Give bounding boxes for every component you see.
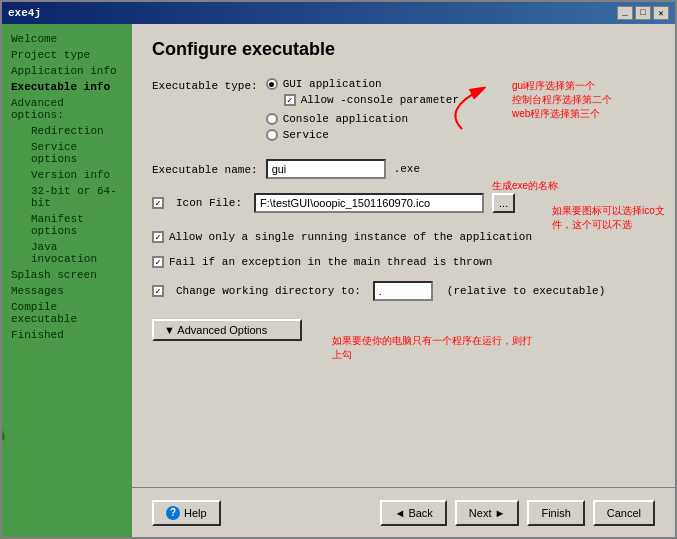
- sidebar-item-finished[interactable]: Finished: [8, 328, 126, 342]
- footer-right: ◄ Back Next ► Finish Cancel: [380, 500, 655, 526]
- gui-option-label: GUI application: [283, 78, 382, 90]
- sidebar-item-advanced-options[interactable]: Advanced options:: [8, 96, 126, 122]
- finish-button[interactable]: Finish: [527, 500, 584, 526]
- icon-file-input[interactable]: [254, 193, 484, 213]
- sidebar-item-32-64-bit[interactable]: 32-bit or 64-bit: [28, 184, 126, 210]
- change-dir-checkbox[interactable]: [152, 285, 164, 297]
- advanced-options-button[interactable]: ▼ Advanced Options: [152, 319, 302, 341]
- sidebar-item-service-options[interactable]: Service options: [28, 140, 126, 166]
- sidebar-item-application-info[interactable]: Application info: [8, 64, 126, 78]
- help-button[interactable]: ? Help: [152, 500, 221, 526]
- service-option-label: Service: [283, 129, 329, 141]
- sidebar-item-welcome[interactable]: Welcome: [8, 32, 126, 46]
- sidebar-item-java-invocation[interactable]: Java invocation: [28, 240, 126, 266]
- allow-console-row: Allow -console parameter: [284, 94, 459, 106]
- fail-exception-row: Fail if an exception in the main thread …: [152, 256, 655, 268]
- executable-name-label: Executable name:: [152, 162, 258, 176]
- fail-exception-checkbox[interactable]: [152, 256, 164, 268]
- allow-console-label: Allow -console parameter: [301, 94, 459, 106]
- icon-file-checkbox[interactable]: [152, 197, 164, 209]
- footer: ? Help ◄ Back Next ► Finish Cancel: [132, 487, 675, 537]
- sidebar: Welcome Project type Application info Ex…: [2, 24, 132, 537]
- single-instance-row: Allow only a single running instance of …: [152, 231, 655, 243]
- main-panel: Configure executable Executable type: GU…: [132, 24, 675, 487]
- executable-type-row: Executable type: GUI application Allow -…: [152, 78, 655, 141]
- content-area: Welcome Project type Application info Ex…: [2, 24, 675, 537]
- window-title: exe4j: [8, 7, 41, 19]
- sidebar-item-messages[interactable]: Messages: [8, 284, 126, 298]
- single-instance-label: Allow only a single running instance of …: [169, 231, 532, 243]
- allow-console-checkbox[interactable]: [284, 94, 296, 106]
- advanced-options-label: ▼ Advanced Options: [164, 324, 267, 336]
- executable-type-label: Executable type:: [152, 78, 258, 92]
- annotation-exe: 生成exe的名称: [492, 179, 558, 193]
- icon-file-row: Icon File: ...: [152, 193, 655, 213]
- gui-option-row: GUI application: [266, 78, 459, 90]
- titlebar-buttons: _ □ ✕: [617, 6, 669, 20]
- next-button[interactable]: Next ►: [455, 500, 520, 526]
- main-window: exe4j _ □ ✕ Welcome Project type Applica…: [0, 0, 677, 539]
- gui-radio[interactable]: [266, 78, 278, 90]
- change-dir-row: Change working directory to: (relative t…: [152, 281, 655, 301]
- cancel-button[interactable]: Cancel: [593, 500, 655, 526]
- executable-name-input[interactable]: [266, 159, 386, 179]
- sidebar-item-redirection[interactable]: Redirection: [28, 124, 126, 138]
- service-option-row: Service: [266, 129, 459, 141]
- icon-file-label: Icon File:: [176, 197, 242, 209]
- console-option-row: Console application: [266, 113, 459, 125]
- help-icon: ?: [166, 506, 180, 520]
- cancel-label: Cancel: [607, 507, 641, 519]
- finish-label: Finish: [541, 507, 570, 519]
- back-button[interactable]: ◄ Back: [380, 500, 446, 526]
- change-dir-input[interactable]: [373, 281, 433, 301]
- executable-name-row: Executable name: .exe: [152, 159, 655, 179]
- single-instance-checkbox[interactable]: [152, 231, 164, 243]
- browse-button[interactable]: ...: [492, 193, 515, 213]
- executable-type-options: GUI application Allow -console parameter…: [266, 78, 459, 141]
- sidebar-item-manifest-options[interactable]: Manifest options: [28, 212, 126, 238]
- exe-extension: .exe: [394, 163, 420, 175]
- maximize-button[interactable]: □: [635, 6, 651, 20]
- sidebar-item-compile-executable[interactable]: Compile executable: [8, 300, 126, 326]
- close-button[interactable]: ✕: [653, 6, 669, 20]
- console-radio[interactable]: [266, 113, 278, 125]
- annotation-single: 如果要使你的电脑只有一个程序在运行，则打上勾: [332, 334, 532, 362]
- relative-label: (relative to executable): [447, 285, 605, 297]
- sidebar-item-splash-screen[interactable]: Splash screen: [8, 268, 126, 282]
- help-label: Help: [184, 507, 207, 519]
- titlebar: exe4j _ □ ✕: [2, 2, 675, 24]
- change-dir-label: Change working directory to:: [176, 285, 361, 297]
- next-label: Next ►: [469, 507, 506, 519]
- page-title: Configure executable: [152, 39, 655, 60]
- sidebar-watermark: exe4j: [2, 423, 7, 507]
- console-option-label: Console application: [283, 113, 408, 125]
- annotation-exe-text: 生成exe的名称: [492, 180, 558, 191]
- sidebar-item-version-info[interactable]: Version info: [28, 168, 126, 182]
- service-radio[interactable]: [266, 129, 278, 141]
- fail-exception-label: Fail if an exception in the main thread …: [169, 256, 492, 268]
- back-label: ◄ Back: [394, 507, 432, 519]
- footer-left: ? Help: [152, 500, 221, 526]
- sidebar-item-project-type[interactable]: Project type: [8, 48, 126, 62]
- annotation-single-text: 如果要使你的电脑只有一个程序在运行，则打上勾: [332, 335, 532, 360]
- minimize-button[interactable]: _: [617, 6, 633, 20]
- sidebar-item-executable-info[interactable]: Executable info: [8, 80, 126, 94]
